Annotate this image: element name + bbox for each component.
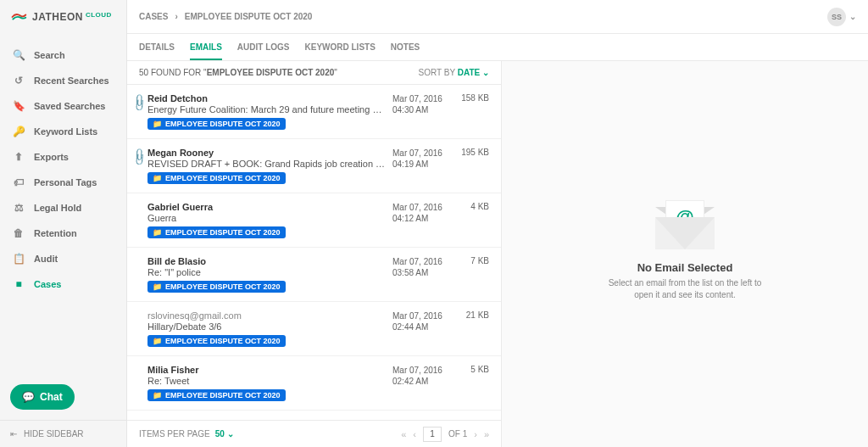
- case-tag[interactable]: 📁EMPLOYEE DISPUTE OCT 2020: [147, 118, 286, 130]
- avatar: SS: [827, 8, 846, 26]
- sidebar-item-label: Exports: [34, 152, 69, 162]
- sidebar-item-exports[interactable]: ⬆Exports: [0, 144, 126, 170]
- email-body: Milia Fisher Another Spin Room Req: CNN …: [147, 419, 392, 420]
- last-page-button[interactable]: »: [484, 429, 489, 439]
- email-body: Reid Detchon Energy Future Coalition: Ma…: [147, 93, 392, 130]
- page-controls: « ‹ OF 1 › »: [401, 427, 489, 442]
- sidebar-item-label: Personal Tags: [34, 177, 97, 187]
- breadcrumb-current: EMPLOYEE DISPUTE OCT 2020: [185, 12, 313, 21]
- email-size: 5 KB: [452, 365, 489, 401]
- folder-icon: 📁: [153, 282, 162, 291]
- sender-line: Megan Rooney: [147, 148, 386, 158]
- user-menu[interactable]: SS ⌄: [827, 8, 856, 26]
- folder-icon: 📁: [153, 174, 162, 182]
- recent-searches-icon: ↺: [12, 75, 25, 87]
- legal-hold-icon: ⚖: [12, 202, 25, 214]
- email-size: 7 KB: [452, 256, 489, 293]
- chevron-right-icon: ›: [175, 12, 177, 21]
- sender-name: Gabriel Guerra: [147, 202, 213, 212]
- chat-button[interactable]: 💬 Chat: [10, 384, 75, 410]
- sidebar-item-label: Retention: [34, 228, 77, 238]
- sidebar-item-personal-tags[interactable]: 🏷Personal Tags: [0, 170, 126, 195]
- sidebar-item-search[interactable]: 🔍Search: [0, 42, 126, 68]
- case-tag[interactable]: 📁EMPLOYEE DISPUTE OCT 2020: [147, 172, 286, 184]
- hide-sidebar-button[interactable]: ⇤ HIDE SIDEBAR: [0, 420, 126, 447]
- email-row[interactable]: Milia Fisher Another Spin Room Req: CNN …: [127, 411, 501, 420]
- tab-details[interactable]: DETAILS: [139, 42, 175, 60]
- next-page-button[interactable]: ›: [474, 429, 477, 439]
- pager: ITEMS PER PAGE 50 ⌄ « ‹ OF 1 › »: [127, 420, 501, 447]
- first-page-button[interactable]: «: [401, 429, 406, 439]
- sidebar-item-label: Audit: [34, 254, 58, 264]
- chevron-down-icon: ⌄: [849, 12, 856, 21]
- sidebar-item-legal-hold[interactable]: ⚖Legal Hold: [0, 195, 126, 221]
- breadcrumb: CASES › EMPLOYEE DISPUTE OCT 2020: [139, 12, 312, 21]
- email-list-pane: 50 FOUND FOR "EMPLOYEE DISPUTE OCT 2020"…: [127, 61, 502, 447]
- page-input[interactable]: [423, 427, 442, 442]
- tab-notes[interactable]: NOTES: [391, 42, 420, 60]
- email-row[interactable]: 📎Reid Detchon Energy Future Coalition: M…: [127, 85, 501, 139]
- app-root: JATHEONCLOUD 🔍Search↺Recent Searches🔖Sav…: [0, 0, 868, 447]
- email-row[interactable]: Bill de Blasio Re: "I" police📁EMPLOYEE D…: [127, 248, 501, 302]
- email-row[interactable]: Milia Fisher Re: Tweet📁EMPLOYEE DISPUTE …: [127, 356, 501, 411]
- chat-label: Chat: [40, 391, 63, 403]
- prev-page-button[interactable]: ‹: [413, 429, 416, 439]
- sidebar-item-label: Keyword Lists: [34, 126, 97, 137]
- sender-line: Bill de Blasio: [147, 256, 386, 266]
- email-body: Gabriel Guerra Guerra📁EMPLOYEE DISPUTE O…: [147, 202, 392, 238]
- sender-name: Milia Fisher: [147, 419, 199, 420]
- case-tag[interactable]: 📁EMPLOYEE DISPUTE OCT 2020: [147, 226, 286, 238]
- audit-icon: 📋: [12, 253, 25, 265]
- sidebar-item-audit[interactable]: 📋Audit: [0, 246, 126, 271]
- attachment-icon: 📎: [130, 146, 149, 165]
- folder-icon: 📁: [153, 391, 162, 400]
- list-header: 50 FOUND FOR "EMPLOYEE DISPUTE OCT 2020"…: [127, 61, 501, 84]
- email-row[interactable]: Gabriel Guerra Guerra📁EMPLOYEE DISPUTE O…: [127, 193, 501, 248]
- results-count: 50 FOUND FOR "EMPLOYEE DISPUTE OCT 2020": [139, 68, 337, 77]
- folder-icon: 📁: [153, 228, 162, 237]
- tab-emails[interactable]: EMAILS: [190, 42, 222, 60]
- email-size: 4 KB: [452, 419, 489, 420]
- email-subject: Energy Future Coalition: March 29 and fu…: [147, 104, 386, 115]
- email-date: Mar 07, 201604:12 AM: [392, 202, 452, 238]
- email-date: Mar 07, 201602:42 AM: [392, 365, 452, 401]
- logo: JATHEONCLOUD: [0, 0, 126, 34]
- attachment-icon: 📎: [130, 92, 149, 111]
- email-subject: Hillary/Debate 3/6: [147, 321, 386, 332]
- tab-audit-logs[interactable]: AUDIT LOGS: [237, 42, 290, 60]
- sort-button[interactable]: SORT BY DATE ⌄: [419, 68, 489, 77]
- email-list[interactable]: 📎Reid Detchon Energy Future Coalition: M…: [127, 84, 501, 420]
- email-subject: Re: Tweet: [147, 376, 386, 386]
- topbar: CASES › EMPLOYEE DISPUTE OCT 2020 SS ⌄: [127, 0, 868, 34]
- no-email-text: Select an email from the list on the lef…: [600, 277, 770, 301]
- case-tag[interactable]: 📁EMPLOYEE DISPUTE OCT 2020: [147, 281, 286, 293]
- email-row[interactable]: 📎Megan Rooney REVISED DRAFT + BOOK: Gran…: [127, 139, 501, 193]
- email-size: 195 KB: [452, 148, 489, 184]
- breadcrumb-root[interactable]: CASES: [139, 12, 168, 21]
- items-per-page[interactable]: ITEMS PER PAGE 50 ⌄: [139, 429, 234, 439]
- sidebar-item-label: Cases: [34, 279, 61, 289]
- sidebar-item-keyword-lists[interactable]: 🔑Keyword Lists: [0, 119, 126, 144]
- chat-icon: 💬: [22, 391, 35, 403]
- email-body: rslovinesq@gmail.comHillary/Debate 3/6📁E…: [147, 310, 392, 347]
- sidebar-item-recent-searches[interactable]: ↺Recent Searches: [0, 68, 126, 93]
- envelope-icon: @: [655, 207, 715, 249]
- email-body: Milia Fisher Re: Tweet📁EMPLOYEE DISPUTE …: [147, 365, 392, 401]
- keyword-lists-icon: 🔑: [12, 126, 25, 137]
- sidebar-item-saved-searches[interactable]: 🔖Saved Searches: [0, 93, 126, 119]
- sender-name: Bill de Blasio: [147, 256, 206, 266]
- case-tag[interactable]: 📁EMPLOYEE DISPUTE OCT 2020: [147, 335, 286, 347]
- tab-keyword-lists[interactable]: KEYWORD LISTS: [305, 42, 376, 60]
- sender-line: Milia Fisher: [147, 419, 386, 420]
- tabs: DETAILSEMAILSAUDIT LOGSKEYWORD LISTSNOTE…: [127, 34, 868, 61]
- collapse-icon: ⇤: [10, 429, 17, 439]
- email-subject: Guerra: [147, 213, 386, 223]
- sidebar-item-cases[interactable]: ■Cases: [0, 271, 126, 297]
- email-row[interactable]: rslovinesq@gmail.comHillary/Debate 3/6📁E…: [127, 302, 501, 356]
- email-date: Mar 06, 201610:47 PM: [392, 419, 452, 420]
- case-tag[interactable]: 📁EMPLOYEE DISPUTE OCT 2020: [147, 389, 286, 401]
- sidebar: JATHEONCLOUD 🔍Search↺Recent Searches🔖Sav…: [0, 0, 127, 447]
- personal-tags-icon: 🏷: [12, 176, 25, 188]
- sidebar-item-retention[interactable]: 🗑Retention: [0, 221, 126, 246]
- logo-text: JATHEONCLOUD: [32, 11, 112, 23]
